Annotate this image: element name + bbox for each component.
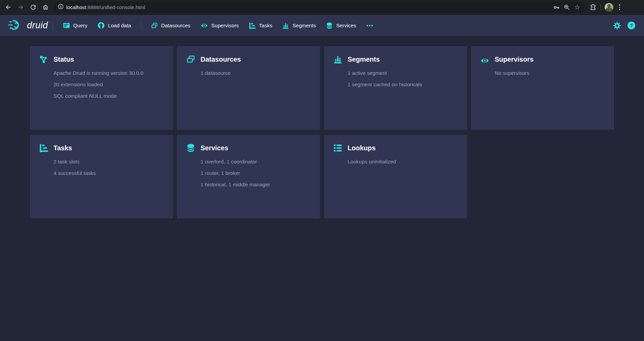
nav-item-more[interactable] bbox=[361, 15, 379, 36]
card-title: Supervisors bbox=[495, 56, 534, 63]
nav-item-load-data[interactable]: Load data bbox=[93, 15, 136, 36]
query-icon bbox=[63, 22, 70, 29]
load-data-icon bbox=[98, 22, 105, 29]
database-icon bbox=[186, 144, 195, 152]
card-tasks[interactable]: Tasks 2 task slots 4 successful tasks bbox=[30, 135, 173, 218]
back-icon bbox=[5, 4, 11, 10]
card-segments[interactable]: Segments 1 active segment 1 segment cach… bbox=[324, 46, 467, 130]
home-card-grid: Status Apache Druid is running version 3… bbox=[0, 36, 644, 218]
eye-icon bbox=[480, 55, 489, 64]
nav-item-label: Datasources bbox=[161, 23, 190, 29]
navbar-separator bbox=[53, 22, 53, 30]
status-line: 1 historical, 1 middle manager bbox=[201, 181, 311, 188]
druid-logo-icon bbox=[8, 19, 24, 32]
card-lookups[interactable]: Lookups Lookups uninitialized bbox=[324, 135, 467, 218]
bar-chart-icon bbox=[282, 22, 289, 29]
nav-item-supervisors[interactable]: Supervisors bbox=[195, 15, 244, 36]
nav-item-label: Services bbox=[336, 23, 356, 29]
card-datasources[interactable]: Datasources 1 datasource bbox=[177, 46, 320, 130]
browser-toolbar: localhost:8888/unified-console.html ☆ bbox=[0, 0, 644, 15]
url-host: localhost bbox=[66, 4, 86, 10]
profile-avatar[interactable] bbox=[605, 3, 613, 12]
toolbar-divider bbox=[601, 4, 601, 10]
card-title: Status bbox=[53, 56, 74, 63]
card-status[interactable]: Status Apache Druid is running version 3… bbox=[30, 46, 173, 130]
nav-item-query[interactable]: Query bbox=[58, 15, 93, 36]
status-line: SQL compliant NULL mode bbox=[53, 92, 164, 99]
status-line: Apache Druid is running version 30.0.0 bbox=[53, 69, 164, 76]
nav-item-label: Load data bbox=[108, 23, 131, 29]
settings-gear-button[interactable] bbox=[613, 22, 621, 30]
card-title: Lookups bbox=[348, 144, 375, 152]
database-icon bbox=[326, 22, 333, 29]
status-line: 1 router, 1 broker bbox=[201, 169, 311, 177]
nav-item-segments[interactable]: Segments bbox=[277, 15, 321, 36]
card-services[interactable]: Services 1 overlord, 1 coordinator 1 rou… bbox=[177, 135, 320, 218]
nav-item-services[interactable]: Services bbox=[321, 15, 361, 36]
gantt-icon bbox=[249, 22, 256, 29]
druid-navbar: druid Query Load data Datasources Superv… bbox=[0, 15, 644, 36]
url-bar[interactable]: localhost:8888/unified-console.html ☆ bbox=[54, 2, 585, 13]
site-info-icon[interactable] bbox=[58, 4, 64, 11]
card-title: Services bbox=[201, 144, 228, 152]
card-title: Datasources bbox=[201, 56, 241, 63]
nav-item-label: Segments bbox=[292, 23, 316, 29]
bookmark-star-icon[interactable]: ☆ bbox=[573, 3, 581, 11]
eye-icon bbox=[201, 23, 208, 28]
status-line: 2 task slots bbox=[53, 158, 164, 165]
status-line: Lookups uninitialized bbox=[348, 158, 458, 165]
extensions-puzzle-icon[interactable] bbox=[589, 4, 597, 11]
reload-button[interactable] bbox=[27, 1, 39, 13]
datasources-icon bbox=[151, 22, 158, 29]
zoom-in-icon[interactable] bbox=[563, 3, 571, 11]
help-button[interactable]: ? bbox=[628, 22, 635, 29]
password-key-icon[interactable] bbox=[552, 3, 561, 11]
home-icon bbox=[42, 4, 49, 10]
bar-chart-icon bbox=[333, 55, 342, 64]
card-title: Segments bbox=[348, 56, 380, 63]
graph-icon bbox=[39, 55, 48, 64]
status-line: No supervisors bbox=[495, 69, 605, 76]
status-line: 1 active segment bbox=[348, 69, 458, 76]
reload-icon bbox=[30, 4, 36, 10]
status-line: 1 overlord, 1 coordinator bbox=[201, 158, 311, 165]
navbar-separator bbox=[141, 22, 141, 30]
status-line: 1 segment cached on historicals bbox=[348, 81, 458, 88]
forward-icon bbox=[17, 4, 24, 10]
status-line: 4 successful tasks bbox=[53, 169, 164, 177]
nav-item-label: Supervisors bbox=[211, 23, 239, 29]
ellipsis-icon bbox=[366, 22, 373, 29]
help-icon: ? bbox=[628, 22, 635, 29]
status-line: 1 datasource bbox=[201, 69, 311, 76]
list-icon bbox=[333, 144, 342, 152]
browser-menu-button[interactable] bbox=[617, 4, 622, 10]
url-path: :8888/unified-console.html bbox=[86, 4, 145, 10]
url-text: localhost:8888/unified-console.html bbox=[66, 4, 145, 10]
nav-item-label: Query bbox=[73, 23, 87, 29]
home-button[interactable] bbox=[39, 1, 52, 13]
status-line: 20 extensions loaded bbox=[53, 81, 164, 88]
nav-item-datasources[interactable]: Datasources bbox=[146, 15, 195, 36]
nav-item-tasks[interactable]: Tasks bbox=[244, 15, 278, 36]
forward-button[interactable] bbox=[14, 1, 27, 13]
card-supervisors[interactable]: Supervisors No supervisors bbox=[471, 46, 614, 130]
druid-brand[interactable]: druid bbox=[8, 19, 48, 32]
nav-item-label: Tasks bbox=[259, 23, 273, 29]
back-button[interactable] bbox=[2, 1, 14, 13]
gantt-icon bbox=[39, 144, 48, 152]
datasources-icon bbox=[186, 55, 195, 64]
druid-wordmark: druid bbox=[27, 20, 48, 31]
card-title: Tasks bbox=[53, 144, 72, 152]
